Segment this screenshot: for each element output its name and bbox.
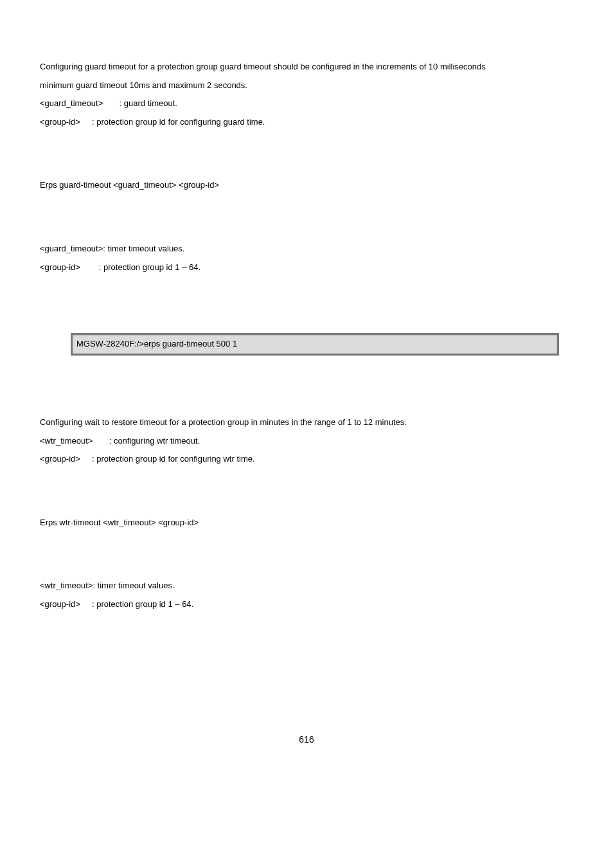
param-line: <wtr_timeout>: timer timeout values. (40, 577, 573, 595)
text-line: minimum guard timeout 10ms and maximum 2… (40, 77, 573, 95)
section-wtr-description: Configuring wait to restore timeout for … (40, 413, 573, 469)
syntax-line: Erps guard-timeout <guard_timeout> <grou… (40, 176, 573, 195)
param-line: <wtr_timeout> : configuring wtr timeout. (40, 432, 573, 451)
section-wtr-syntax: Erps wtr-timeout <wtr_timeout> <group-id… (40, 514, 573, 532)
page-number: 616 (40, 730, 573, 750)
example-code-text: MGSW-28240F:/>erps guard-timeout 500 1 (76, 339, 237, 348)
section-guard-description: Configuring guard timeout for a protecti… (40, 58, 573, 131)
param-line: <group-id> : protection group id 1 – 64. (40, 258, 573, 277)
section-wtr-params: <wtr_timeout>: timer timeout values. <gr… (40, 577, 573, 613)
param-line: <group-id> : protection group id for con… (40, 113, 573, 132)
example-code-box: MGSW-28240F:/>erps guard-timeout 500 1 (71, 333, 559, 356)
text-line: Configuring wait to restore timeout for … (40, 413, 573, 432)
param-line: <guard_timeout>: timer timeout values. (40, 240, 573, 258)
param-line: <group-id> : protection group id for con… (40, 450, 573, 469)
section-guard-params: <guard_timeout>: timer timeout values. <… (40, 240, 573, 276)
syntax-line: Erps wtr-timeout <wtr_timeout> <group-id… (40, 514, 573, 532)
section-guard-syntax: Erps guard-timeout <guard_timeout> <grou… (40, 176, 573, 195)
text-line: Configuring guard timeout for a protecti… (40, 58, 573, 77)
param-line: <guard_timeout> : guard timeout. (40, 95, 573, 113)
param-line: <group-id> : protection group id 1 – 64. (40, 595, 573, 614)
document-page: Configuring guard timeout for a protecti… (0, 0, 613, 775)
